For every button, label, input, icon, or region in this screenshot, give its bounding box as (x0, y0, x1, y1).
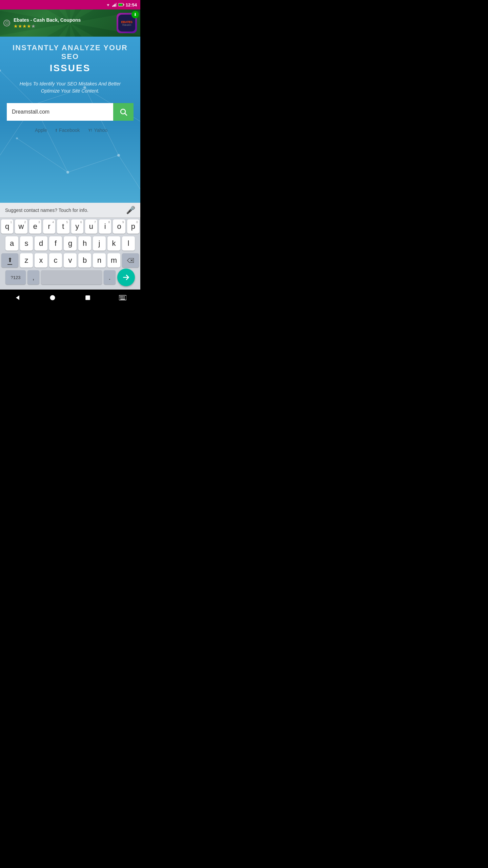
key-g[interactable]: g (64, 236, 77, 251)
svg-rect-1 (113, 5, 114, 7)
key-p[interactable]: 0p (127, 219, 139, 234)
key-o[interactable]: 9o (113, 219, 125, 234)
key-v[interactable]: v (64, 253, 77, 268)
facebook-icon: f (56, 128, 57, 133)
key-q[interactable]: 1q (1, 219, 13, 234)
key-comma[interactable]: , (27, 270, 39, 284)
key-row-3: ⬆ z x c v b n m (1, 253, 139, 268)
key-j[interactable]: j (93, 236, 106, 251)
key-f[interactable]: f (49, 236, 62, 251)
key-k[interactable]: k (107, 236, 120, 251)
search-icon (119, 108, 127, 116)
svg-rect-2 (115, 4, 116, 6)
svg-rect-5 (119, 4, 122, 6)
nav-back-button[interactable] (13, 293, 23, 303)
facebook-label: Facebook (59, 127, 80, 133)
svg-rect-3 (116, 3, 117, 6)
key-z[interactable]: z (20, 253, 33, 268)
svg-rect-0 (112, 6, 113, 7)
nav-bar (0, 290, 140, 304)
svg-rect-32 (122, 296, 123, 297)
key-period[interactable]: . (104, 270, 116, 284)
key-x[interactable]: x (35, 253, 47, 268)
keyboard-area: Suggest contact names? Touch for info. 🎤… (0, 203, 140, 290)
facebook-link[interactable]: f Facebook (56, 127, 80, 133)
key-shift[interactable]: ⬆ (1, 253, 18, 268)
key-b[interactable]: b (78, 253, 91, 268)
main-content: INSTANTLY ANALYZE YOUR SEO ISSUES Helps … (0, 37, 140, 203)
key-d[interactable]: d (35, 236, 47, 251)
key-y[interactable]: 6y (71, 219, 83, 234)
svg-line-10 (17, 138, 68, 172)
svg-rect-34 (120, 297, 121, 298)
key-num-sym[interactable]: ?123 (5, 270, 26, 284)
key-e[interactable]: 3e (29, 219, 41, 234)
key-h[interactable]: h (78, 236, 91, 251)
svg-line-11 (68, 155, 119, 172)
search-button[interactable] (113, 103, 134, 121)
nav-keyboard-button[interactable] (118, 293, 128, 303)
keyboard-rows: 1q 2w 3e 4r 5t 6y 7u 8i 9o 0p a s d f g … (0, 218, 140, 290)
key-n[interactable]: n (93, 253, 106, 268)
key-space[interactable] (41, 270, 102, 284)
download-badge: ⬇ (131, 11, 139, 18)
wifi-icon (105, 3, 111, 7)
nav-recent-button[interactable] (83, 293, 93, 303)
svg-point-19 (117, 154, 120, 157)
svg-line-12 (119, 155, 140, 189)
apple-link[interactable]: Apple (33, 127, 47, 133)
keyboard-icon (119, 295, 126, 300)
svg-marker-26 (16, 295, 19, 300)
suggestion-text: Suggest contact names? Touch for info. (5, 208, 126, 213)
mic-icon[interactable]: 🎤 (126, 206, 135, 215)
ad-banner[interactable]: ⓘ Ebates - Cash Back, Coupons ★★★★★ ⬇ EB… (0, 9, 140, 37)
key-u[interactable]: 7u (85, 219, 97, 234)
key-l[interactable]: l (122, 236, 135, 251)
svg-point-27 (50, 295, 55, 300)
svg-rect-37 (124, 297, 124, 298)
ebates-text: EBATES (121, 20, 133, 24)
yahoo-link[interactable]: Y! Yahoo (88, 127, 107, 133)
ad-title: Ebates - Cash Back, Coupons (14, 17, 113, 23)
status-bar: 12:54 (0, 0, 140, 9)
svg-rect-35 (121, 297, 122, 298)
heading-partial: INSTANTLY ANALYZE YOUR SEO (7, 43, 134, 61)
apple-label: Apple (35, 127, 47, 133)
key-enter[interactable] (117, 269, 135, 286)
key-backspace[interactable] (122, 253, 139, 268)
subheading: Helps To Identify Your SEO Mistakes And … (13, 80, 128, 95)
ad-text-block: Ebates - Cash Back, Coupons ★★★★★ (14, 17, 113, 29)
heading-main: ISSUES (50, 63, 91, 74)
status-time: 12:54 (126, 2, 137, 7)
nav-home-button[interactable] (47, 293, 58, 303)
svg-rect-28 (85, 295, 90, 300)
key-row-1: 1q 2w 3e 4r 5t 6y 7u 8i 9o 0p (1, 219, 139, 234)
rakuten-text: Rakuten (122, 24, 131, 26)
key-m[interactable]: m (107, 253, 120, 268)
svg-point-18 (66, 171, 69, 174)
ad-stars: ★★★★★ (14, 23, 113, 29)
svg-line-23 (125, 114, 127, 116)
key-c[interactable]: c (49, 253, 62, 268)
keyboard-suggestion-bar: Suggest contact names? Touch for info. 🎤 (0, 203, 140, 218)
key-row-bottom: ?123 , . (1, 270, 139, 286)
svg-point-20 (16, 137, 18, 139)
key-s[interactable]: s (20, 236, 33, 251)
svg-rect-6 (123, 4, 124, 5)
svg-rect-30 (120, 296, 121, 297)
yahoo-label: Yahoo (94, 127, 107, 133)
svg-rect-36 (122, 297, 123, 298)
key-i[interactable]: 8i (99, 219, 111, 234)
key-a[interactable]: a (5, 236, 18, 251)
key-r[interactable]: 4r (43, 219, 55, 234)
battery-icon (118, 3, 124, 7)
ad-app-icon[interactable]: ⬇ EBATES Rakuten (117, 13, 137, 33)
key-t[interactable]: 5t (57, 219, 69, 234)
backspace-icon (127, 258, 134, 263)
key-row-2: a s d f g h j k l (1, 236, 139, 251)
key-w[interactable]: 2w (15, 219, 27, 234)
search-container (7, 103, 134, 121)
suggestion-links: Apple f Facebook Y! Yahoo (33, 127, 107, 133)
search-input[interactable] (7, 103, 113, 121)
ad-info-icon[interactable]: ⓘ (3, 20, 10, 26)
